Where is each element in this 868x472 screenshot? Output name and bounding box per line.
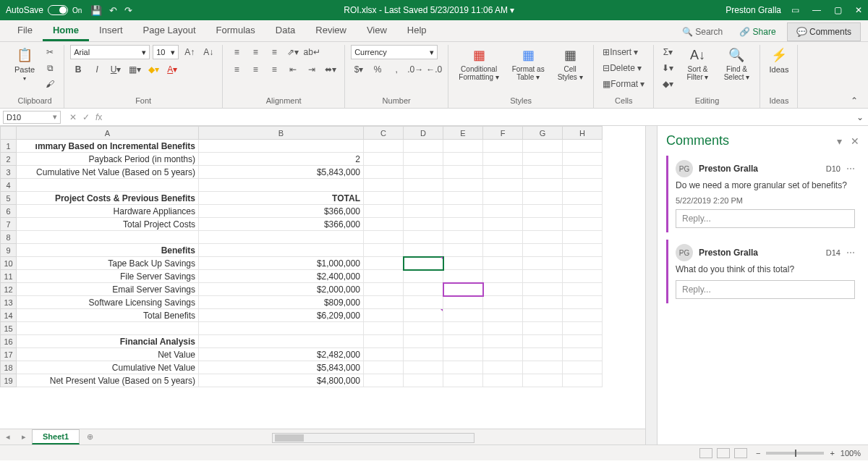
cell-G3[interactable]	[523, 166, 563, 179]
cell-H18[interactable]	[563, 361, 603, 374]
cell-E7[interactable]	[443, 218, 483, 231]
comma-icon[interactable]: ,	[388, 62, 404, 77]
col-header-D[interactable]: D	[404, 127, 443, 140]
bold-icon[interactable]: B	[70, 62, 86, 77]
cell-G6[interactable]	[523, 205, 563, 218]
cell-A13[interactable]: Software Licensing Savings	[17, 296, 199, 309]
cell-F10[interactable]	[483, 257, 523, 270]
format-button[interactable]: ▦ Format ▾	[600, 77, 647, 91]
row-header-15[interactable]: 15	[1, 322, 17, 335]
cell-C5[interactable]	[364, 192, 404, 205]
cell-G4[interactable]	[523, 179, 563, 192]
cell-H15[interactable]	[563, 322, 603, 335]
search-icon[interactable]: 🔍 Search	[676, 24, 728, 40]
cell-E4[interactable]	[443, 179, 483, 192]
view-switcher[interactable]	[699, 448, 747, 458]
tab-help[interactable]: Help	[397, 20, 437, 41]
col-header-A[interactable]: A	[17, 127, 199, 140]
accept-formula-icon[interactable]: ✓	[82, 112, 90, 122]
clear-icon[interactable]: ◆▾	[660, 77, 676, 91]
orientation-icon[interactable]: ⇗▾	[285, 45, 301, 59]
underline-icon[interactable]: U▾	[108, 62, 124, 77]
merge-icon[interactable]: ⬌▾	[323, 62, 339, 77]
tab-nav-next-icon[interactable]: ▸	[16, 432, 32, 442]
cell-F6[interactable]	[483, 205, 523, 218]
tab-data[interactable]: Data	[265, 20, 305, 41]
cell-F14[interactable]	[483, 309, 523, 322]
cell-H2[interactable]	[563, 153, 603, 166]
cell-F2[interactable]	[483, 153, 523, 166]
cell-E11[interactable]	[443, 270, 483, 283]
cell-G14[interactable]	[523, 309, 563, 322]
cell-E1[interactable]	[443, 140, 483, 153]
format-painter-icon[interactable]: 🖌	[42, 77, 58, 91]
row-header-8[interactable]: 8	[1, 231, 17, 244]
cell-F19[interactable]	[483, 374, 523, 387]
ideas-button[interactable]: ⚡Ideas	[766, 45, 791, 75]
indent-increase-icon[interactable]: ⇥	[304, 62, 320, 77]
cell-D7[interactable]	[404, 218, 443, 231]
autosum-icon[interactable]: Σ▾	[660, 45, 676, 59]
cell-F1[interactable]	[483, 140, 523, 153]
cell-H4[interactable]	[563, 179, 603, 192]
col-header-B[interactable]: B	[199, 127, 364, 140]
cell-E10[interactable]	[443, 257, 483, 270]
grow-font-icon[interactable]: A↑	[182, 45, 197, 59]
cell-B11[interactable]: $2,400,000	[199, 270, 364, 283]
cell-D13[interactable]	[404, 296, 443, 309]
cell-A16[interactable]: Financial Analysis	[17, 335, 199, 348]
add-sheet-icon[interactable]: ⊕	[80, 432, 101, 442]
cell-D17[interactable]	[404, 348, 443, 361]
pane-menu-icon[interactable]: ▾	[837, 135, 842, 147]
cell-B1[interactable]	[199, 140, 364, 153]
cell-C2[interactable]	[364, 153, 404, 166]
ribbon-options-icon[interactable]: ▭	[791, 5, 799, 15]
align-right-icon[interactable]: ≡	[266, 62, 282, 77]
row-header-12[interactable]: 12	[1, 283, 17, 296]
vertical-scrollbar[interactable]	[645, 126, 657, 444]
comment-cell-ref[interactable]: D10	[826, 164, 841, 173]
cell-A15[interactable]	[17, 322, 199, 335]
cell-H16[interactable]	[563, 335, 603, 348]
font-name-select[interactable]: Arial▾	[70, 45, 150, 59]
cell-H12[interactable]	[563, 283, 603, 296]
cell-A9[interactable]: Benefits	[17, 244, 199, 257]
cancel-formula-icon[interactable]: ✕	[69, 112, 77, 122]
row-header-9[interactable]: 9	[1, 244, 17, 257]
cell-H1[interactable]	[563, 140, 603, 153]
row-header-3[interactable]: 3	[1, 166, 17, 179]
cell-A17[interactable]: Net Value	[17, 348, 199, 361]
cell-C9[interactable]	[364, 244, 404, 257]
align-bottom-icon[interactable]: ≡	[266, 45, 282, 59]
cell-G1[interactable]	[523, 140, 563, 153]
share-button[interactable]: 🔗 Share	[731, 23, 783, 41]
cell-F17[interactable]	[483, 348, 523, 361]
cell-C15[interactable]	[364, 322, 404, 335]
fill-icon[interactable]: ⬇▾	[660, 61, 676, 75]
cell-D18[interactable]	[404, 361, 443, 374]
cell-E5[interactable]	[443, 192, 483, 205]
cell-D19[interactable]	[404, 374, 443, 387]
cell-C14[interactable]	[364, 309, 404, 322]
cell-A7[interactable]: Total Project Costs	[17, 218, 199, 231]
cell-E16[interactable]	[443, 335, 483, 348]
cell-D4[interactable]	[404, 179, 443, 192]
col-header-F[interactable]: F	[483, 127, 523, 140]
cell-G18[interactable]	[523, 361, 563, 374]
cell-C1[interactable]	[364, 140, 404, 153]
pane-close-icon[interactable]: ✕	[851, 135, 859, 147]
cell-B16[interactable]	[199, 335, 364, 348]
row-header-10[interactable]: 10	[1, 257, 17, 270]
currency-icon[interactable]: $▾	[351, 62, 367, 77]
cell-C19[interactable]	[364, 374, 404, 387]
cell-B10[interactable]: $1,000,000	[199, 257, 364, 270]
cell-D16[interactable]	[404, 335, 443, 348]
page-layout-view-icon[interactable]	[717, 448, 730, 458]
cell-B7[interactable]: $366,000	[199, 218, 364, 231]
cell-A5[interactable]: Project Costs & Previous Benefits	[17, 192, 199, 205]
cell-D5[interactable]	[404, 192, 443, 205]
cell-H11[interactable]	[563, 270, 603, 283]
cell-H13[interactable]	[563, 296, 603, 309]
cell-A19[interactable]: Net Present Value (Based on 5 years)	[17, 374, 199, 387]
cell-A2[interactable]: Payback Period (in months)	[17, 153, 199, 166]
